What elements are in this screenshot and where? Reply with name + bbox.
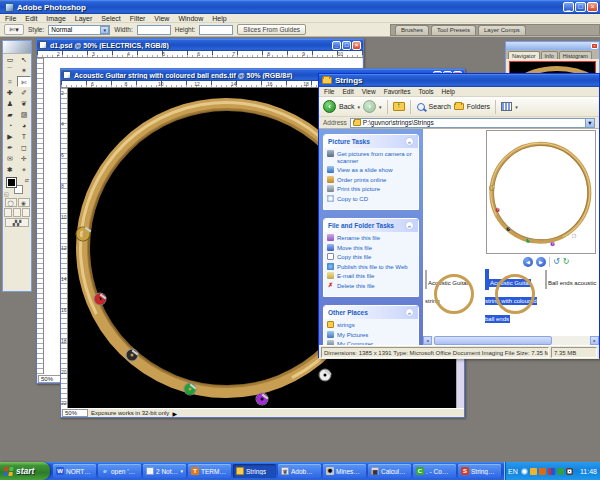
my-computer-link[interactable]: My Computer xyxy=(327,341,415,345)
my-pictures-link[interactable]: My Pictures xyxy=(327,332,415,339)
taskbar-minesweeper[interactable]: ✹ Minesw... xyxy=(323,464,366,478)
back-button-label[interactable]: Back xyxy=(339,103,355,110)
close-button[interactable]: × xyxy=(587,2,598,12)
zoom-tool[interactable]: ⌖ xyxy=(17,164,31,175)
rectangular-marquee-tool[interactable]: ▭ xyxy=(3,54,17,65)
menu-item[interactable]: Edit xyxy=(25,14,37,23)
tray-icon-1[interactable] xyxy=(521,468,528,475)
dodge-tool[interactable]: ◕ xyxy=(17,120,31,131)
collapse-chevron-icon[interactable]: « xyxy=(405,137,414,146)
menu-item[interactable]: Edit xyxy=(342,87,353,96)
fullscreen-button[interactable] xyxy=(22,208,30,217)
slice-tool[interactable]: ✄ xyxy=(17,76,31,87)
standard-mode-button[interactable]: ◯ xyxy=(5,198,17,207)
delete-file-link[interactable]: ✗ Delete this file xyxy=(327,283,415,290)
thumbnail-image[interactable] xyxy=(545,270,547,289)
menu-item[interactable]: Select xyxy=(101,14,120,23)
explorer-title-bar[interactable]: Strings xyxy=(319,74,599,87)
notes-tool[interactable]: ✉ xyxy=(3,153,17,164)
magic-wand-tool[interactable]: ✶ xyxy=(17,65,31,76)
tray-icon-4[interactable] xyxy=(548,468,555,475)
swap-colors-icon[interactable]: ⇄ xyxy=(25,177,29,183)
tray-icon-2[interactable] xyxy=(530,468,537,475)
menu-item[interactable]: Tools xyxy=(418,87,433,96)
lasso-tool[interactable]: ⌒ xyxy=(3,65,17,76)
search-icon[interactable] xyxy=(416,102,426,112)
thumb-ball-ends-acoustic[interactable]: Ball ends acoustic xyxy=(545,271,598,325)
eraser-tool[interactable]: ▰ xyxy=(3,109,17,120)
forward-dropdown-icon[interactable]: ▾ xyxy=(379,104,382,110)
address-dropdown-icon[interactable]: ▾ xyxy=(585,119,594,127)
address-input[interactable]: P:\guvnor\strings\Strings ▾ xyxy=(350,118,595,128)
doc1-close-button[interactable]: × xyxy=(352,41,361,50)
previous-image-button[interactable]: ◀ xyxy=(523,257,533,267)
taskbar-strings-paint[interactable]: S Strings -... xyxy=(458,464,501,478)
forward-button-icon[interactable]: › xyxy=(363,100,376,113)
navigator-close-button[interactable]: × xyxy=(591,43,598,49)
menu-item[interactable]: Help xyxy=(212,14,226,23)
eyedropper-tool[interactable]: ✛ xyxy=(17,153,31,164)
scrollbar-thumb[interactable] xyxy=(434,336,552,345)
taskbar-notepad-group[interactable]: 2 Note... ▾ xyxy=(143,464,186,478)
menu-item[interactable]: View xyxy=(154,14,169,23)
search-button-label[interactable]: Search xyxy=(429,103,451,110)
standard-screen-button[interactable] xyxy=(4,208,12,217)
back-dropdown-icon[interactable]: ▾ xyxy=(358,104,361,110)
back-button-icon[interactable]: ‹ xyxy=(323,100,336,113)
doc2-zoom-level[interactable]: 50% xyxy=(62,409,88,417)
palette-tab[interactable]: Tool Presets xyxy=(431,25,476,35)
width-input[interactable] xyxy=(137,25,171,35)
rotate-counterclockwise-icon[interactable]: ↺ xyxy=(553,257,560,267)
minimize-button[interactable]: _ xyxy=(563,2,574,12)
doc1-title-bar[interactable]: d1.psd @ 50% (ELECTRICS, RGB/8) _ □ × xyxy=(37,39,363,51)
taskbar-north-doc[interactable]: W NORTH ... xyxy=(53,464,96,478)
menu-item[interactable]: View xyxy=(362,87,376,96)
up-folder-icon[interactable] xyxy=(393,102,405,111)
file-folder-tasks-header[interactable]: File and Folder Tasks « xyxy=(324,219,418,232)
path-selection-tool[interactable]: ▶ xyxy=(3,131,17,142)
taskbar-calculator[interactable]: ▦ Calculator xyxy=(368,464,411,478)
tray-icon-3[interactable] xyxy=(539,468,546,475)
brush-tool[interactable]: ✐ xyxy=(17,87,31,98)
filmstrip-preview[interactable] xyxy=(486,130,596,254)
taskbar-clock[interactable]: 11:48 xyxy=(580,468,597,475)
email-file-link[interactable]: E-mail this file xyxy=(327,273,415,280)
gradient-tool[interactable]: ▨ xyxy=(17,109,31,120)
order-prints-link[interactable]: Order prints online xyxy=(327,177,415,184)
menu-item[interactable]: Filter xyxy=(130,14,146,23)
color-swatches[interactable]: ⇄ ◱ xyxy=(3,177,31,197)
views-icon[interactable] xyxy=(501,102,512,111)
palette-tab[interactable]: Histogram xyxy=(559,51,592,59)
crop-tool[interactable]: ⌗ xyxy=(3,76,17,87)
move-tool[interactable]: ↖ xyxy=(17,54,31,65)
type-tool[interactable]: T xyxy=(17,131,31,142)
height-input[interactable] xyxy=(199,25,233,35)
quick-mask-button[interactable]: ◉ xyxy=(18,198,30,207)
history-brush-tool[interactable]: ❦ xyxy=(17,98,31,109)
status-arrow-icon[interactable]: ▶ xyxy=(172,410,177,417)
rename-file-link[interactable]: Rename this file xyxy=(327,235,415,242)
palette-tab[interactable]: Navigator xyxy=(508,51,540,59)
views-dropdown-icon[interactable]: ▾ xyxy=(515,104,518,110)
start-button[interactable]: start xyxy=(0,462,50,480)
scroll-left-icon[interactable]: ◂ xyxy=(423,336,432,345)
move-file-link[interactable]: Move this file xyxy=(327,245,415,252)
copy-file-link[interactable]: Copy this file xyxy=(327,254,415,261)
taskbar-open-tr[interactable]: e open 'tr... xyxy=(98,464,141,478)
doc1-maximize-button[interactable]: □ xyxy=(342,41,351,50)
rotate-clockwise-icon[interactable]: ↻ xyxy=(563,257,570,267)
taskbar-adobe-photoshop[interactable]: ❦ Adobe P... xyxy=(278,464,321,478)
shape-tool[interactable]: ◻ xyxy=(17,142,31,153)
menu-item[interactable]: Image xyxy=(46,14,65,23)
style-select[interactable]: Normal▾ xyxy=(48,25,110,35)
picture-tasks-header[interactable]: Picture Tasks « xyxy=(324,135,418,148)
edit-in-imageready-button[interactable]: ▞▞ xyxy=(5,218,29,227)
healing-brush-tool[interactable]: ✚ xyxy=(3,87,17,98)
get-pictures-link[interactable]: Get pictures from camera or scanner xyxy=(327,151,415,164)
thumb-acoustic-guitar-string[interactable]: Acoustic Guitar string xyxy=(425,271,478,325)
folders-icon[interactable] xyxy=(454,103,464,110)
taskbar-strings-folder[interactable]: Strings xyxy=(233,464,276,478)
publish-file-link[interactable]: Publish this file to the Web xyxy=(327,264,415,271)
navigator-title-bar[interactable]: × xyxy=(506,42,599,50)
menu-item[interactable]: Layer xyxy=(75,14,93,23)
